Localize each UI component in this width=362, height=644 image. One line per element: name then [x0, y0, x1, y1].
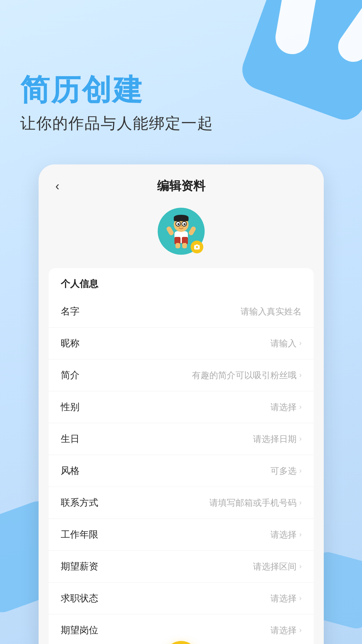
svg-point-12 [180, 226, 182, 227]
chevron-right-icon: › [299, 466, 302, 475]
field-placeholder: 请选择 [270, 593, 297, 604]
field-label: 风格 [61, 464, 80, 477]
field-value: 可多选› [270, 465, 302, 477]
chevron-right-icon: › [299, 435, 302, 443]
form-row[interactable]: 生日请选择日期› [49, 423, 314, 455]
header-area: 简历创建 让你的作品与人能绑定一起 [20, 74, 213, 134]
form-row[interactable]: 工作年限请选择› [49, 519, 314, 551]
field-placeholder: 请选择区间 [253, 561, 297, 573]
svg-rect-14 [182, 243, 187, 248]
form-row[interactable]: 性别请选择› [49, 391, 314, 423]
avatar-area [39, 201, 324, 268]
field-value: 请选择› [270, 529, 302, 541]
svg-point-10 [177, 223, 179, 225]
field-value: 请选择区间› [253, 561, 302, 573]
field-value: 请输入真实姓名 [241, 306, 302, 317]
svg-rect-4 [188, 226, 197, 236]
chevron-right-icon: › [299, 562, 302, 571]
field-placeholder: 请选择 [270, 625, 297, 636]
field-placeholder: 请填写邮箱或手机号码 [209, 497, 297, 509]
field-placeholder: 请输入 [270, 338, 297, 349]
field-value: 请选择日期› [253, 433, 302, 445]
form-row[interactable]: 风格可多选› [49, 455, 314, 487]
form-content: 个人信息 名字请输入真实姓名昵称请输入›简介有趣的简介可以吸引粉丝哦›性别请选择… [49, 268, 314, 644]
field-label: 性别 [61, 401, 80, 413]
field-value: 请选择› [270, 593, 302, 604]
field-label: 生日 [61, 433, 80, 445]
chevron-right-icon: › [299, 498, 302, 507]
chevron-right-icon: › [299, 530, 302, 539]
bottom-area [39, 638, 324, 644]
main-title: 简历创建 [20, 74, 213, 106]
field-label: 工作年限 [61, 528, 98, 541]
field-placeholder: 有趣的简介可以吸引粉丝哦 [192, 369, 297, 381]
form-row[interactable]: 名字请输入真实姓名 [49, 296, 314, 328]
section-personal-info: 个人信息 [49, 268, 314, 296]
chevron-right-icon: › [299, 339, 302, 348]
avatar-wrapper[interactable] [158, 208, 205, 255]
field-label: 期望薪资 [61, 560, 98, 573]
field-placeholder: 请选择 [270, 529, 297, 541]
save-button[interactable] [164, 641, 198, 644]
field-label: 简介 [61, 369, 80, 382]
card-title: 编辑资料 [157, 178, 205, 194]
chevron-right-icon: › [299, 403, 302, 411]
field-label: 名字 [61, 305, 80, 318]
field-label: 联系方式 [61, 496, 98, 509]
form-row[interactable]: 昵称请输入› [49, 328, 314, 359]
chevron-right-icon: › [299, 594, 302, 603]
svg-rect-7 [174, 217, 189, 221]
form-row[interactable]: 求职状态请选择› [49, 583, 314, 614]
chevron-right-icon: › [299, 626, 302, 635]
field-value: 请填写邮箱或手机号码› [209, 497, 302, 509]
field-value: 请选择› [270, 625, 302, 636]
camera-badge[interactable] [191, 241, 203, 253]
form-row[interactable]: 联系方式请填写邮箱或手机号码› [49, 487, 314, 519]
field-label: 求职状态 [61, 592, 98, 605]
field-value: 有趣的简介可以吸引粉丝哦› [192, 369, 302, 381]
field-placeholder: 可多选 [270, 465, 297, 477]
sub-title: 让你的作品与人能绑定一起 [20, 113, 213, 134]
svg-point-11 [184, 223, 186, 225]
back-button[interactable]: ‹ [55, 179, 59, 193]
field-value: 请选择› [270, 401, 302, 413]
camera-icon [194, 244, 200, 250]
bg-decoration-top-right [237, 0, 362, 126]
card-header: ‹ 编辑资料 [39, 164, 324, 201]
field-placeholder: 请选择日期 [253, 433, 297, 445]
svg-rect-13 [175, 243, 180, 248]
phone-card: ‹ 编辑资料 [39, 164, 324, 644]
form-row[interactable]: 简介有趣的简介可以吸引粉丝哦› [49, 359, 314, 391]
field-placeholder: 请选择 [270, 401, 297, 413]
form-row[interactable]: 期望薪资请选择区间› [49, 551, 314, 583]
field-label: 昵称 [61, 337, 80, 350]
field-label: 期望岗位 [61, 624, 98, 637]
chevron-right-icon: › [299, 371, 302, 380]
svg-rect-3 [166, 226, 174, 236]
field-placeholder: 请输入真实姓名 [241, 306, 302, 317]
field-value: 请输入› [270, 338, 302, 349]
